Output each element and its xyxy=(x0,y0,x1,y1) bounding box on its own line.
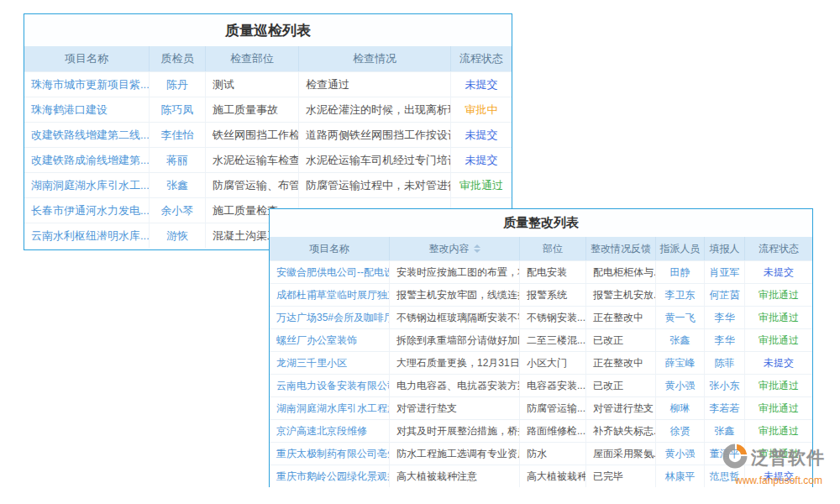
rectification-part: 路面维修检... xyxy=(520,420,586,442)
inspector-name[interactable]: 游恢 xyxy=(150,223,206,248)
reporter-name[interactable]: 何芷茵 xyxy=(705,284,745,306)
workflow-status[interactable]: 审批通过 xyxy=(745,375,812,396)
project-name-link[interactable]: 龙湖三千里小区 xyxy=(270,352,390,374)
rectification-feedback: 补齐缺失标志... xyxy=(586,420,656,442)
column-header: 部位 xyxy=(520,237,586,260)
rectification-feedback: 已改正 xyxy=(586,375,656,396)
reporter-name[interactable]: 张鑫 xyxy=(705,420,745,442)
assignee-name[interactable]: 林康平 xyxy=(656,465,705,487)
inspection-part: 测试 xyxy=(206,72,299,97)
table-row: 改建铁路线增建第二线...李佳怡铁丝网围挡工作检查道路两侧铁丝网围挡工作按设计.… xyxy=(24,122,512,147)
rectification-part: 不锈钢安装... xyxy=(520,307,586,328)
rectification-part: 配电安装 xyxy=(520,261,586,283)
project-name-link[interactable]: 改建铁路成渝线增建第... xyxy=(24,148,150,172)
rectification-content: 拆除到承重墙部分请做好加固... xyxy=(390,329,520,351)
column-header: 质检员 xyxy=(150,46,206,71)
workflow-status[interactable]: 审批通过 xyxy=(745,307,812,328)
column-header-label: 检查情况 xyxy=(353,51,396,66)
inspector-name[interactable]: 张鑫 xyxy=(150,173,206,197)
reporter-name[interactable]: 李华 xyxy=(705,329,745,351)
inspection-situation: 检查通过 xyxy=(299,72,451,97)
project-name-link[interactable]: 珠海市城市更新项目紫... xyxy=(24,72,150,97)
inspector-name[interactable]: 李佳怡 xyxy=(150,123,206,147)
workflow-status[interactable]: 未提交 xyxy=(451,123,512,147)
column-header-label: 部位 xyxy=(543,242,563,256)
table-row: 湖南洞庭湖水库引水工...张鑫防腐管运输、布管防腐管运输过程中，未对管进行...… xyxy=(24,172,512,197)
project-name-link[interactable]: 珠海鹤港口建设 xyxy=(24,97,150,122)
reporter-name[interactable]: 陈菲 xyxy=(705,352,745,374)
column-header: 检查情况 xyxy=(299,46,451,71)
project-name-link[interactable]: 万达广场35#会所及咖啡厅空... xyxy=(270,307,390,328)
project-name-link[interactable]: 湖南洞庭湖水库引水工程施工I标 xyxy=(270,397,390,419)
rectification-content: 防水工程施工选调有专业资质... xyxy=(390,443,520,465)
workflow-status[interactable]: 未提交 xyxy=(745,261,812,283)
column-header-label: 质检员 xyxy=(161,51,194,66)
project-name-link[interactable]: 云南电力设备安装有限公司20... xyxy=(270,375,390,396)
workflow-status[interactable]: 未提交 xyxy=(451,148,512,172)
workflow-status[interactable]: 审批通过 xyxy=(745,284,812,306)
project-name-link[interactable]: 长春市伊通河水力发电... xyxy=(24,198,150,223)
inspection-part: 施工质量事故 xyxy=(206,97,299,122)
project-name-link[interactable]: 重庆市鹅岭公园绿化景观提升... xyxy=(270,465,390,487)
watermark-brand-text: 泛普软件 xyxy=(751,446,825,470)
assignee-name[interactable]: 李卫东 xyxy=(656,284,705,306)
column-header[interactable]: 整改内容 xyxy=(390,237,520,260)
inspection-part: 水泥砼运输车检查 xyxy=(206,148,299,172)
inspector-name[interactable]: 蒋丽 xyxy=(150,148,206,172)
assignee-name[interactable]: 田静 xyxy=(656,261,705,283)
assignee-name[interactable]: 黄一飞 xyxy=(656,307,705,328)
table-row: 珠海市城市更新项目紫...陈丹测试检查通过未提交 xyxy=(24,71,512,97)
inspector-name[interactable]: 陈丹 xyxy=(150,72,206,97)
table-row: 螺丝厂办公室装饰拆除到承重墙部分请做好加固...二至三楼混...已改正张鑫李华审… xyxy=(270,328,812,351)
table-row: 成都杜甫草堂临时展厅独立展...报警主机安放牢固，线缆连接...报警系统报警主机… xyxy=(270,283,812,306)
assignee-name[interactable]: 黄小强 xyxy=(656,375,705,396)
rectification-content: 电力电容器、电抗器安装方案,... xyxy=(390,375,520,396)
inspection-table-header: 项目名称质检员检查部位检查情况流程状态 xyxy=(24,46,512,71)
rectification-content: 对其及时开展整治措施，桥头... xyxy=(390,420,520,442)
inspector-name[interactable]: 陈巧凤 xyxy=(150,97,206,122)
workflow-status[interactable]: 未提交 xyxy=(451,72,512,97)
inspection-part: 铁丝网围挡工作检查 xyxy=(206,123,299,147)
column-header-label: 流程状态 xyxy=(759,242,799,256)
project-name-link[interactable]: 云南水利枢纽潜明水库... xyxy=(24,223,150,248)
fanpu-watermark: 泛普软件 www.fanpusoft.com xyxy=(721,442,837,486)
reporter-name[interactable]: 李若若 xyxy=(705,397,745,419)
table-row: 珠海鹤港口建设陈巧凤施工质量事故水泥砼灌注的时候，出现离析现象审批中 xyxy=(24,97,512,122)
project-name-link[interactable]: 螺丝厂办公室装饰 xyxy=(270,329,390,351)
workflow-status[interactable]: 未提交 xyxy=(745,352,812,374)
reporter-name[interactable]: 肖亚军 xyxy=(705,261,745,283)
workflow-status[interactable]: 审批通过 xyxy=(745,420,812,442)
workflow-status[interactable]: 审批中 xyxy=(451,97,512,122)
rectification-feedback: 配电柜柜体与... xyxy=(586,261,656,283)
project-name-link[interactable]: 重庆太极制药有限公司亳州中... xyxy=(270,443,390,465)
assignee-name[interactable]: 柳琳 xyxy=(656,397,705,419)
rectification-table-header: 项目名称整改内容部位整改情况反馈指派人员填报人流程状态 xyxy=(270,237,812,260)
workflow-status[interactable]: 审批通过 xyxy=(745,329,812,351)
workflow-status[interactable]: 审批通过 xyxy=(451,173,512,197)
rectification-feedback: 正在整改中 xyxy=(586,307,656,328)
column-header: 流程状态 xyxy=(745,237,812,260)
rectification-part: 高大植被栽种 xyxy=(520,465,586,487)
reporter-name[interactable]: 李华 xyxy=(705,307,745,328)
column-header: 指派人员 xyxy=(656,237,705,260)
project-name-link[interactable]: 成都杜甫草堂临时展厅独立展... xyxy=(270,284,390,306)
reporter-name[interactable]: 张小东 xyxy=(705,375,745,396)
table-row: 京沪高速北京段维修对其及时开展整治措施，桥头...路面维修检...补齐缺失标志.… xyxy=(270,419,812,442)
project-name-link[interactable]: 改建铁路线增建第二线... xyxy=(24,123,150,147)
assignee-name[interactable]: 徐贤 xyxy=(656,420,705,442)
inspection-situation: 水泥砼灌注的时候，出现离析现象 xyxy=(299,97,451,122)
project-name-link[interactable]: 安徽合肥供电公司--配电设备... xyxy=(270,261,390,283)
project-name-link[interactable]: 京沪高速北京段维修 xyxy=(270,420,390,442)
inspector-name[interactable]: 余小琴 xyxy=(150,198,206,223)
rectification-part: 防水 xyxy=(520,443,586,465)
workflow-status[interactable]: 审批通过 xyxy=(745,397,812,419)
project-name-link[interactable]: 湖南洞庭湖水库引水工... xyxy=(24,173,150,197)
sort-icon[interactable] xyxy=(474,244,480,253)
assignee-name[interactable]: 薛宝峰 xyxy=(656,352,705,374)
column-header: 整改情况反馈 xyxy=(586,237,656,260)
assignee-name[interactable]: 张鑫 xyxy=(656,329,705,351)
rectification-content: 不锈钢边框玻璃隔断安装不牢... xyxy=(390,307,520,328)
assignee-name[interactable]: 黄小强 xyxy=(656,443,705,465)
rectification-part: 报警系统 xyxy=(520,284,586,306)
inspection-situation: 防腐管运输过程中，未对管进行... xyxy=(299,173,451,197)
